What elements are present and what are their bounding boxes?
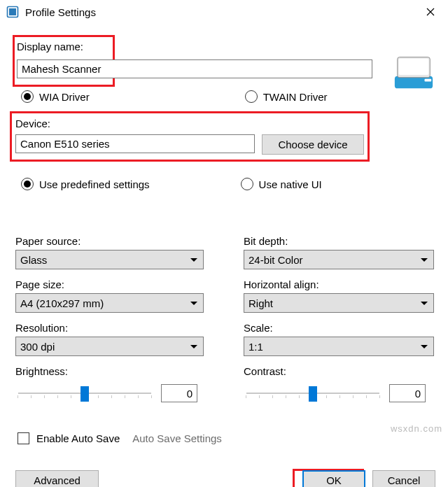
close-button[interactable] [414,1,447,22]
scale-select[interactable]: 1:1 [244,337,434,356]
radio-bullet-icon [241,178,253,190]
dialog-buttons: Advanced OK Cancel [15,470,435,487]
paper-source-select[interactable]: Glass [15,250,204,269]
driver-radio-group: WIA Driver TWAIN Driver [21,90,328,103]
display-name-label: Display name: [17,41,83,52]
device-field[interactable]: Canon E510 series [15,134,255,153]
window-title: Profile Settings [25,6,414,18]
left-column: Paper source: Glass Page size: A4 (210x2… [15,235,204,404]
contrast-value[interactable] [389,384,426,402]
bit-depth-label: Bit depth: [244,235,434,247]
watermark: wsxdn.com [391,423,442,434]
enable-auto-save-label: Enable Auto Save [36,432,120,444]
device-label: Device: [15,118,50,129]
twain-driver-label: TWAIN Driver [263,91,328,103]
brightness-slider[interactable] [15,383,154,403]
cancel-button[interactable]: Cancel [372,470,435,487]
svg-rect-2 [395,76,433,88]
predefined-label: Use predefined settings [39,178,150,190]
native-ui-label: Use native UI [259,178,322,190]
bit-depth-select[interactable]: 24-bit Color [244,250,434,269]
radio-bullet-icon [21,90,34,103]
predefined-settings-radio[interactable]: Use predefined settings [21,178,150,190]
contrast-label: Contrast: [244,365,434,377]
slider-thumb-icon [309,386,317,402]
advanced-button[interactable]: Advanced [15,470,99,487]
chevron-down-icon [421,345,428,348]
brightness-value[interactable] [161,384,197,402]
display-name-input[interactable] [17,59,372,78]
device-value: Canon E510 series [20,138,110,150]
right-column: Bit depth: 24-bit Color Horizontal align… [244,235,434,404]
profile-settings-dialog: Profile Settings Display name: WIA Drive… [0,0,448,487]
enable-auto-save-checkbox[interactable] [18,432,29,444]
page-size-select[interactable]: A4 (210x297 mm) [15,293,204,313]
chevron-down-icon [190,302,197,305]
ok-button[interactable]: OK [302,470,365,487]
scanner-icon [392,50,435,94]
resolution-label: Resolution: [15,322,204,334]
scale-label: Scale: [244,322,434,334]
app-icon [6,5,20,19]
radio-bullet-icon [21,178,34,190]
settings-mode-radio-group: Use predefined settings Use native UI [21,178,322,190]
svg-rect-1 [9,8,16,15]
choose-device-button[interactable]: Choose device [262,134,364,155]
slider-thumb-icon [80,386,89,402]
twain-driver-radio[interactable]: TWAIN Driver [245,90,328,103]
chevron-down-icon [421,302,428,305]
paper-source-label: Paper source: [15,235,204,247]
page-size-label: Page size: [15,278,204,290]
h-align-label: Horizontal align: [244,278,434,290]
radio-bullet-icon [245,90,258,103]
contrast-slider[interactable] [244,383,382,403]
auto-save-settings-link[interactable]: Auto Save Settings [132,432,222,444]
svg-rect-4 [399,59,429,75]
chevron-down-icon [190,345,197,348]
native-ui-radio[interactable]: Use native UI [241,178,322,190]
resolution-select[interactable]: 300 dpi [15,337,204,356]
brightness-label: Brightness: [15,365,204,377]
wia-driver-radio[interactable]: WIA Driver [21,90,90,103]
chevron-down-icon [190,258,197,262]
chevron-down-icon [421,258,428,262]
wia-driver-label: WIA Driver [39,91,90,103]
titlebar: Profile Settings [0,0,448,24]
h-align-select[interactable]: Right [244,293,434,313]
svg-rect-5 [425,79,432,82]
